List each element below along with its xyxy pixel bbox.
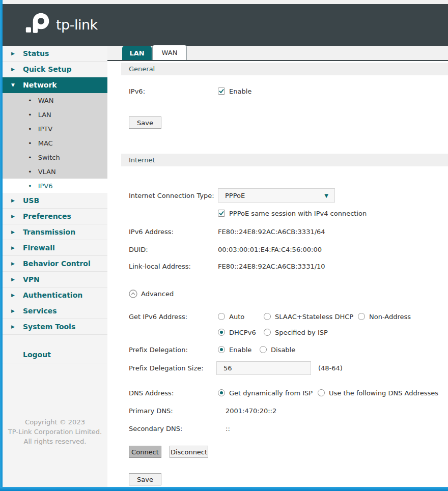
window-frame-bottom xyxy=(0,487,448,491)
radio-dhcpv6-label: DHCPv6 xyxy=(229,329,256,336)
disconnect-button[interactable]: Disconnect xyxy=(170,446,208,458)
collapse-circle-icon xyxy=(129,290,137,298)
save-button-general[interactable]: Save xyxy=(129,117,161,129)
radio-dns-manual-label: Use the following DNS Addresses xyxy=(329,389,438,397)
sidebar-item-transmission[interactable]: ▶ Transmission xyxy=(3,224,107,240)
chevron-right-icon: ▶ xyxy=(11,214,18,219)
chevron-right-icon: ▶ xyxy=(11,277,18,282)
radio-non-address-label: Non-Address xyxy=(369,313,411,321)
connect-button[interactable]: Connect xyxy=(129,446,161,458)
prefix-size-row: Prefix Delegation Size: (48-64) xyxy=(107,361,448,375)
link-local-row: Link-local Address: FE80::24E8:92AC:A6CB… xyxy=(107,261,448,271)
sidebar-item-ipv6[interactable]: • IPV6 xyxy=(3,179,107,193)
radio-slaac-stateless-dhcp[interactable] xyxy=(264,313,271,320)
prefix-delegation-label: Prefix Delegation: xyxy=(129,346,188,354)
ipv6-address-value: FE80::24E8:92AC:A6CB:3331/64 xyxy=(218,228,325,236)
ipv6-enable-checkbox[interactable] xyxy=(218,88,225,95)
check-icon xyxy=(218,88,225,94)
radio-prefix-disable[interactable] xyxy=(260,346,267,353)
primary-dns-row: Primary DNS: 2001:470:20::2 xyxy=(107,406,448,416)
sidebar-item-services[interactable]: ▶ Services xyxy=(3,303,107,319)
duid-row: DUID: 00:03:00:01:E4:FA:C4:56:00:00 xyxy=(107,244,448,254)
chevron-right-icon: ▶ xyxy=(11,245,18,250)
radio-dns-dynamic[interactable] xyxy=(218,389,225,396)
sidebar-item-preferences[interactable]: ▶ Preferences xyxy=(3,209,107,224)
sidebar-item-behavior-control[interactable]: ▶ Behavior Control xyxy=(3,256,107,272)
chevron-down-icon: ▼ xyxy=(324,193,328,198)
tab-strip: LAN WAN xyxy=(107,46,448,61)
secondary-dns-label: Secondary DNS: xyxy=(129,425,182,432)
sidebar-item-firewall[interactable]: ▶ Firewall xyxy=(3,240,107,256)
pppoe-session-row: PPPoE same session with IPv4 connection xyxy=(107,208,448,218)
sidebar-item-system-tools[interactable]: ▶ System Tools xyxy=(3,319,107,335)
tp-link-logo-icon xyxy=(24,12,51,37)
radio-specified-by-isp[interactable] xyxy=(264,329,271,336)
sidebar-item-switch[interactable]: • Switch xyxy=(3,150,107,164)
tab-wan[interactable]: WAN xyxy=(152,45,187,60)
radio-slaac-label: SLAAC+Stateless DHCP xyxy=(275,313,353,321)
prefix-size-hint: (48-64) xyxy=(318,364,343,372)
chevron-right-icon: ▶ xyxy=(11,293,18,298)
bullet-icon: • xyxy=(28,111,32,119)
advanced-toggle[interactable]: Advanced xyxy=(129,290,174,298)
ipv6-address-label: IPv6 Address: xyxy=(129,228,174,236)
save-button-internet[interactable]: Save xyxy=(129,473,161,485)
primary-dns-value: 2001:470:20::2 xyxy=(226,407,276,415)
logout-link[interactable]: Logout xyxy=(3,346,107,363)
radio-dhcpv6[interactable] xyxy=(218,329,225,336)
prefix-delegation-row: Prefix Delegation: Enable Disable xyxy=(107,344,448,355)
secondary-dns-value: :: xyxy=(226,425,230,432)
sidebar-item-network[interactable]: ▼ Network xyxy=(3,77,107,93)
logo-text: tp-link xyxy=(56,17,98,33)
connection-type-dropdown[interactable]: PPPoE ▼ xyxy=(218,188,335,203)
chevron-right-icon: ▶ xyxy=(11,261,18,266)
app-header: tp-link xyxy=(3,4,448,46)
chevron-right-icon: ▶ xyxy=(11,67,18,72)
get-ipv6-label: Get IPv6 Address: xyxy=(129,313,187,321)
sidebar-gap xyxy=(3,335,107,346)
sidebar-item-usb[interactable]: ▶ USB xyxy=(3,193,107,209)
radio-dns-dynamic-label: Get dynamically from ISP xyxy=(229,389,313,397)
prefix-size-label: Prefix Delegation Size: xyxy=(129,364,204,372)
sidebar-item-vpn[interactable]: ▶ VPN xyxy=(3,272,107,287)
pppoe-session-checkbox[interactable] xyxy=(218,210,225,217)
ipv6-label: IPv6: xyxy=(129,88,145,95)
radio-auto[interactable] xyxy=(218,313,225,320)
bullet-icon: • xyxy=(28,139,32,147)
sidebar-item-iptv[interactable]: • IPTV xyxy=(3,122,107,136)
link-local-label: Link-local Address: xyxy=(129,263,191,270)
sidebar-nav: ▶ Status ▶ Quick Setup ▼ Network • WAN •… xyxy=(3,46,107,487)
radio-prefix-enable[interactable] xyxy=(218,346,225,353)
primary-dns-label: Primary DNS: xyxy=(129,407,173,415)
general-section-header: General xyxy=(121,63,448,75)
check-icon xyxy=(218,210,225,216)
ipv6-address-row: IPv6 Address: FE80::24E8:92AC:A6CB:3331/… xyxy=(107,226,448,237)
radio-dns-manual[interactable] xyxy=(318,389,325,396)
prefix-size-input[interactable] xyxy=(216,361,311,375)
radio-specified-by-isp-label: Specified by ISP xyxy=(275,329,328,336)
dns-address-row: DNS Address: Get dynamically from ISP Us… xyxy=(107,388,448,398)
router-admin-page: tp-link ▶ Status ▶ Quick Setup ▼ Network… xyxy=(0,0,448,491)
chevron-right-icon: ▶ xyxy=(11,324,18,329)
radio-non-address[interactable] xyxy=(358,313,365,320)
sidebar-item-quick-setup[interactable]: ▶ Quick Setup xyxy=(3,62,107,77)
sidebar-item-vlan[interactable]: • VLAN xyxy=(3,164,107,179)
advanced-row: Advanced xyxy=(107,288,448,299)
internet-section-header: Internet xyxy=(121,154,448,166)
sidebar-item-lan[interactable]: • LAN xyxy=(3,107,107,122)
radio-auto-label: Auto xyxy=(229,313,244,321)
advanced-label: Advanced xyxy=(141,290,174,298)
tab-lan[interactable]: LAN xyxy=(122,46,152,60)
bullet-icon: • xyxy=(28,125,32,133)
duid-label: DUID: xyxy=(129,246,148,253)
sidebar-item-status[interactable]: ▶ Status xyxy=(3,46,107,62)
chevron-down-icon: ▼ xyxy=(11,82,18,88)
connection-type-value: PPPoE xyxy=(225,192,324,199)
sidebar-item-mac[interactable]: • MAC xyxy=(3,136,107,150)
sidebar-item-wan[interactable]: • WAN xyxy=(3,93,107,107)
connection-type-row: Internet Connection Type: PPPoE ▼ xyxy=(107,188,448,203)
bullet-icon: • xyxy=(28,97,32,104)
network-submenu: • WAN • LAN • IPTV • MAC • Switch • VLAN xyxy=(3,93,107,193)
link-local-value: FE80::24E8:92AC:A6CB:3331/10 xyxy=(218,263,325,270)
sidebar-item-authentication[interactable]: ▶ Authentication xyxy=(3,287,107,303)
